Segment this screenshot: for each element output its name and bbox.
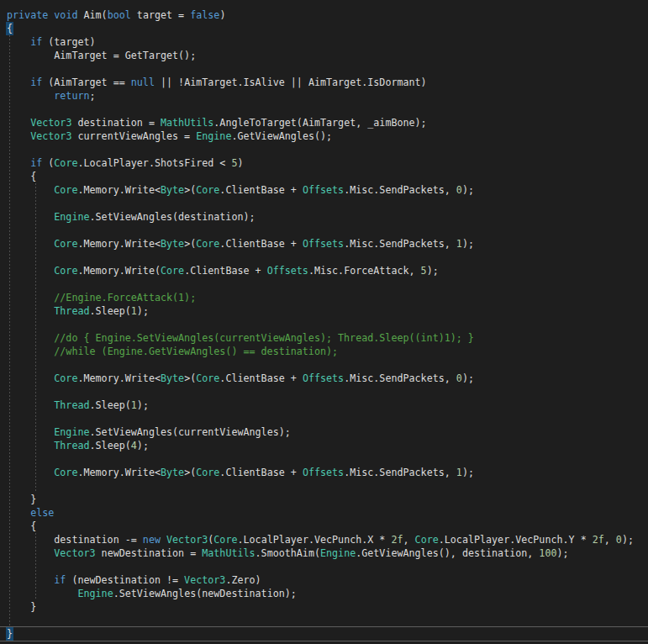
code-line[interactable]: private void Aim(bool target = false) xyxy=(7,8,634,22)
code-token: ); xyxy=(462,184,474,196)
type-token: Engine xyxy=(320,547,356,559)
code-line[interactable] xyxy=(7,224,634,237)
code-token xyxy=(7,440,54,451)
code-token: .Sleep( xyxy=(90,305,131,317)
code-token: ( xyxy=(42,157,54,169)
code-token: (AimTarget == xyxy=(42,77,131,88)
code-line[interactable] xyxy=(7,614,634,627)
code-line[interactable]: if (target) xyxy=(7,35,634,49)
code-line[interactable]: if (Core.LocalPlayer.ShotsFired < 5) xyxy=(7,156,634,170)
code-line[interactable] xyxy=(7,358,634,372)
code-token xyxy=(7,77,30,88)
code-line[interactable]: Engine.SetViewAngles(destination); xyxy=(7,210,634,224)
code-token: .ClientBase + xyxy=(219,372,303,384)
code-line[interactable]: } xyxy=(7,493,634,506)
code-line[interactable]: } xyxy=(7,600,634,614)
code-line[interactable]: Vector3 currentViewAngles = Engine.GetVi… xyxy=(7,129,634,143)
code-line[interactable]: else xyxy=(7,506,634,520)
keyword-token: bool xyxy=(108,9,131,21)
type-token: Thread xyxy=(54,440,89,451)
type-token: MathUtils xyxy=(161,117,213,129)
code-line[interactable] xyxy=(7,479,634,493)
code-token: .Memory.Write< xyxy=(77,467,161,478)
code-token xyxy=(7,36,30,48)
number-token: 4 xyxy=(131,440,137,451)
code-line[interactable]: return; xyxy=(7,89,634,103)
code-line[interactable]: } xyxy=(7,627,634,641)
code-token: .Sleep( xyxy=(90,440,131,451)
number-token: 1 xyxy=(456,238,462,250)
code-token: ); xyxy=(427,265,439,277)
code-line[interactable] xyxy=(7,318,634,331)
number-token: 1 xyxy=(131,305,137,317)
code-line[interactable]: { xyxy=(7,520,634,533)
code-line[interactable]: //while (Engine.GetViewAngles() == desti… xyxy=(7,345,634,358)
code-line[interactable] xyxy=(7,412,634,425)
code-line[interactable]: //do { Engine.SetViewAngles(currentViewA… xyxy=(7,331,634,345)
type-token: Offsets xyxy=(303,184,344,196)
code-line[interactable]: Thread.Sleep(1); xyxy=(7,304,634,318)
code-line[interactable]: Engine.SetViewAngles(newDestination); xyxy=(7,587,634,600)
code-token: .Misc.SendPackets, xyxy=(344,238,456,250)
keyword-token: private xyxy=(7,9,48,21)
code-line[interactable]: Core.Memory.Write<Byte>(Core.ClientBase … xyxy=(7,237,634,251)
code-token xyxy=(7,117,30,129)
code-line[interactable]: Vector3 destination = MathUtils.AngleToT… xyxy=(7,116,634,129)
code-token: >( xyxy=(184,467,196,478)
code-token: .ClientBase + xyxy=(184,265,267,277)
type-token: Offsets xyxy=(303,467,344,478)
code-token xyxy=(7,547,54,559)
code-line[interactable]: Core.Memory.Write<Byte>(Core.ClientBase … xyxy=(7,372,634,385)
type-token: Byte xyxy=(161,184,184,196)
type-token: Byte xyxy=(161,372,184,384)
code-line[interactable]: Thread.Sleep(1); xyxy=(7,399,634,412)
code-line[interactable]: Core.Memory.Write<Byte>(Core.ClientBase … xyxy=(7,183,634,197)
type-token: Core xyxy=(196,238,219,250)
code-line[interactable]: { xyxy=(7,22,634,35)
code-line[interactable]: destination -= new Vector3(Core.LocalPla… xyxy=(7,533,634,546)
type-token: Engine xyxy=(54,211,89,223)
code-token xyxy=(7,184,54,196)
code-token: .Misc.SendPackets, xyxy=(344,184,456,196)
keyword-token: else xyxy=(30,507,54,519)
code-line[interactable]: if (AimTarget == null || !AimTarget.IsAl… xyxy=(7,76,634,89)
code-line[interactable]: Thread.Sleep(4); xyxy=(7,439,634,452)
code-area[interactable]: private void Aim(bool target = false){ i… xyxy=(7,8,634,641)
code-token xyxy=(7,507,30,519)
type-token: Thread xyxy=(54,399,89,411)
type-token: Vector3 xyxy=(30,130,71,142)
code-token: .AngleToTarget(AimTarget, _aimBone); xyxy=(213,117,426,129)
code-line[interactable]: //Engine.ForceAttack(1); xyxy=(7,291,634,304)
code-token: >( xyxy=(184,372,196,384)
code-token xyxy=(7,292,54,304)
code-token: , xyxy=(604,534,616,546)
keyword-token: false xyxy=(190,9,219,21)
code-token: currentViewAngles = xyxy=(71,130,196,142)
number-token: 1 xyxy=(131,399,137,411)
code-line[interactable]: Vector3 newDestination = MathUtils.Smoot… xyxy=(7,546,634,560)
code-line[interactable]: Core.Memory.Write<Byte>(Core.ClientBase … xyxy=(7,466,634,479)
code-line[interactable] xyxy=(7,197,634,210)
code-line[interactable] xyxy=(7,251,634,264)
code-line[interactable] xyxy=(7,62,634,76)
number-token: 0 xyxy=(456,372,462,384)
code-line[interactable] xyxy=(7,385,634,399)
code-line[interactable] xyxy=(7,560,634,573)
code-line[interactable] xyxy=(7,143,634,156)
code-editor[interactable]: private void Aim(bool target = false){ i… xyxy=(0,0,648,644)
type-token: MathUtils xyxy=(202,547,255,559)
code-line[interactable]: if (newDestination != Vector3.Zero) xyxy=(7,573,634,587)
code-line[interactable]: { xyxy=(7,170,634,183)
code-line[interactable]: Core.Memory.Write(Core.ClientBase + Offs… xyxy=(7,264,634,277)
comment-token: //while (Engine.GetViewAngles() == desti… xyxy=(54,346,338,357)
code-token: ); xyxy=(462,372,474,384)
code-line[interactable] xyxy=(7,277,634,291)
type-token: Thread xyxy=(54,305,89,317)
code-line[interactable] xyxy=(7,103,634,116)
comment-token: //do { Engine.SetViewAngles(currentViewA… xyxy=(54,332,474,344)
code-token xyxy=(7,265,54,277)
code-line[interactable] xyxy=(7,452,634,466)
code-line[interactable]: Engine.SetViewAngles(currentViewAngles); xyxy=(7,425,634,439)
code-line[interactable]: AimTarget = GetTarget(); xyxy=(7,49,634,62)
code-token xyxy=(7,372,54,384)
